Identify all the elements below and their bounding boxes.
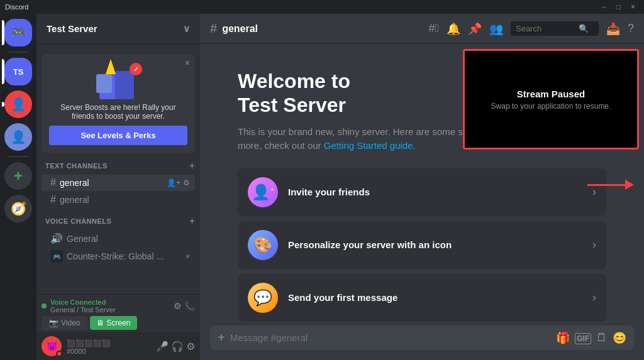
cs-game-icon: 🎮 (50, 250, 63, 263)
home-server-icon[interactable]: 🎮 (4, 19, 32, 46)
username: ⬛⬛⬛⬛⬛ (67, 338, 151, 347)
stream-overlay: Stream Paused Swap to your application t… (463, 49, 639, 150)
voice-connected-bar: Voice Connected General / Test Server ⚙ … (36, 294, 200, 332)
search-bar[interactable]: 🔍 (511, 21, 599, 36)
message-input-bar: + 🎁 GIF 🗒 😊 (200, 325, 644, 360)
personalize-chevron-icon: › (592, 238, 596, 251)
sticker-icon: 🗒 (596, 331, 608, 344)
discord-logo-icon: 🎮 (11, 26, 25, 40)
server-initials: TS (13, 67, 24, 77)
help-button[interactable]: ? (628, 22, 634, 35)
video-button[interactable]: 📷 Video (42, 316, 87, 330)
user-status-dot (56, 351, 62, 357)
server-icon-1[interactable]: 👤 (4, 90, 32, 118)
voice-channel-cs[interactable]: 🎮 Counter-Strike: Global ... × (42, 248, 195, 265)
user-settings-button[interactable]: ⚙ (186, 341, 195, 352)
message-icon: 💬 (248, 283, 278, 313)
voice-channel-general[interactable]: 🔊 General (42, 230, 195, 247)
channel-name-general-1: general (60, 178, 163, 188)
threads-icon: #⃣ (428, 22, 439, 35)
explore-servers-icon[interactable]: 🧭 (4, 195, 32, 222)
server-list: 🎮 TS 👤 👤 + 🧭 (0, 14, 36, 360)
see-levels-perks-button[interactable]: See Levels & Perks (49, 126, 187, 145)
add-voice-channel-button[interactable]: + (189, 215, 195, 227)
text-channels-label: TEXT CHANNELS (45, 162, 108, 170)
boost-banner: × ✓ Server Boosts are here! Rally your f… (42, 54, 195, 153)
server-header[interactable]: Test Server ∨ (36, 14, 200, 44)
message-input[interactable] (230, 332, 551, 343)
stream-paused-subtitle: Swap to your application to resume. (491, 102, 611, 111)
voice-channels-category[interactable]: VOICE CHANNELS + (36, 213, 200, 229)
voice-status-text: Voice Connected (50, 298, 116, 306)
emoji-icon: 😊 (613, 332, 626, 344)
channel-name-general-2: general (60, 195, 190, 205)
window-controls: − □ × (598, 1, 639, 13)
welcome-server-name: Test Server (238, 94, 346, 116)
add-member-channel-button[interactable]: 👤+ (167, 178, 180, 187)
server-name: Test Server (47, 23, 97, 34)
voice-disconnect-button[interactable]: 📞 (184, 301, 195, 311)
server-avatar-1-icon: 👤 (11, 97, 26, 112)
channel-header: # general #⃣ 🔔 📌 👥 🔍 (200, 14, 644, 44)
app-body: 🎮 TS 👤 👤 + 🧭 Test Server ∨ (0, 14, 644, 360)
server-list-divider-2 (8, 156, 28, 157)
boost-banner-close-button[interactable]: × (185, 58, 190, 68)
maximize-button[interactable]: □ (613, 1, 625, 13)
notifications-button[interactable]: 🔔 (447, 22, 460, 36)
threads-button[interactable]: #⃣ (428, 22, 439, 35)
disconnect-channel-button[interactable]: × (186, 252, 190, 261)
invite-emoji: 👤+ (252, 183, 274, 201)
voice-status: Voice Connected General / Test Server ⚙ … (42, 298, 195, 314)
add-server-button[interactable]: + (4, 162, 32, 190)
voice-channels-label: VOICE CHANNELS (45, 217, 111, 225)
close-button[interactable]: × (627, 1, 639, 13)
channel-actions: 👤+ ⚙ (167, 178, 190, 187)
sticker-button[interactable]: 🗒 (596, 331, 608, 344)
message-input-actions: 🎁 GIF 🗒 😊 (556, 331, 626, 345)
invite-friends-card[interactable]: 👤+ Invite your friends › (238, 168, 606, 216)
message-add-button[interactable]: + (218, 330, 225, 345)
main-content: # general #⃣ 🔔 📌 👥 🔍 (200, 14, 644, 360)
camera-icon: 📷 (49, 319, 58, 327)
personalize-icon: 🎨 (248, 230, 278, 260)
user-panel: 😈 ⬛⬛⬛⬛⬛ #0000 🎤 🎧 ⚙ (36, 332, 200, 360)
username-text: ⬛⬛⬛⬛⬛ (67, 339, 111, 347)
channel-header-left: # general (210, 21, 258, 36)
pinned-messages-button[interactable]: 📌 (468, 22, 482, 36)
members-icon: 👥 (489, 23, 503, 35)
screen-share-button[interactable]: 🖥 Screen (90, 316, 136, 330)
voice-channel-name-cs: Counter-Strike: Global ... (67, 251, 182, 261)
emoji-button[interactable]: 😊 (613, 331, 626, 345)
deafen-button[interactable]: 🎧 (171, 341, 184, 352)
channel-item-general-active[interactable]: # general 👤+ ⚙ (42, 175, 195, 191)
first-message-card[interactable]: 💬 Send your first message › (238, 274, 606, 322)
server-icon-2[interactable]: 👤 (4, 123, 32, 151)
message-emoji: 💬 (253, 289, 272, 307)
first-message-card-label: Send your first message (288, 292, 582, 303)
invite-card-label: Invite your friends (288, 187, 582, 197)
server-avatar-2-icon: 👤 (11, 129, 26, 145)
channel-item-general-2[interactable]: # general (42, 192, 195, 208)
boost-illustration: ✓ (49, 62, 187, 99)
gif-button[interactable]: GIF (575, 331, 591, 344)
stream-paused-title: Stream Paused (517, 89, 585, 99)
voice-settings-button[interactable]: ⚙ (174, 301, 182, 311)
message-input-container: + 🎁 GIF 🗒 😊 (210, 325, 634, 350)
add-server-icon: + (14, 167, 23, 185)
inbox-button[interactable]: 📥 (606, 22, 620, 36)
search-input[interactable] (516, 24, 579, 33)
getting-started-link[interactable]: Getting Started guide. (324, 140, 416, 151)
gift-button[interactable]: 🎁 (556, 331, 570, 345)
settings-channel-button[interactable]: ⚙ (183, 178, 190, 187)
mute-button[interactable]: 🎤 (156, 341, 169, 352)
minimize-button[interactable]: − (598, 1, 610, 13)
server-list-divider (8, 52, 28, 53)
add-text-channel-button[interactable]: + (189, 160, 195, 172)
user-info: ⬛⬛⬛⬛⬛ #0000 (67, 338, 151, 355)
member-list-button[interactable]: 👥 (489, 22, 503, 36)
app-title: Discord (5, 3, 28, 11)
personalize-card[interactable]: 🎨 Personalize your server with an icon › (238, 221, 606, 269)
text-channels-category[interactable]: TEXT CHANNELS + (36, 158, 200, 174)
test-server-icon[interactable]: TS (4, 58, 32, 85)
gift-icon: 🎁 (556, 332, 570, 344)
